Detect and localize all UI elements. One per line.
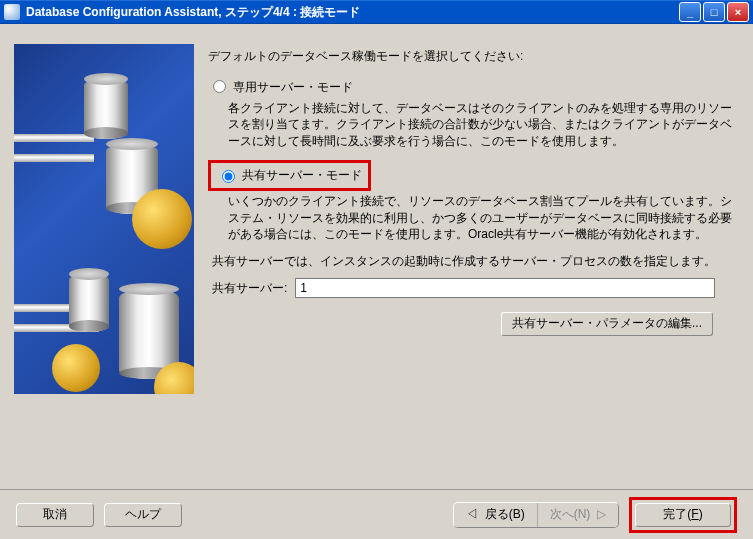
content-area: デフォルトのデータベース稼働モードを選択してください: 専用サーバー・モード 各…: [0, 24, 753, 489]
minimize-button[interactable]: _: [679, 2, 701, 22]
dedicated-radio[interactable]: [213, 80, 226, 93]
edit-shared-params-button[interactable]: 共有サーバー・パラメータの編集...: [501, 312, 713, 336]
shared-mode-highlight: 共有サーバー・モード: [208, 160, 371, 191]
footer-bar: 取消 ヘルプ ◁ 戻る(B) 次へ(N) ▷ 完了(F): [0, 489, 753, 539]
shared-server-input[interactable]: [295, 278, 715, 298]
nav-button-group: ◁ 戻る(B) 次へ(N) ▷: [453, 502, 619, 528]
wizard-illustration: [14, 44, 194, 394]
back-button[interactable]: ◁ 戻る(B): [454, 503, 538, 527]
shared-radio[interactable]: [222, 170, 235, 183]
maximize-button[interactable]: □: [703, 2, 725, 22]
dedicated-mode-option[interactable]: 専用サーバー・モード: [208, 79, 739, 96]
finish-button[interactable]: 完了(F): [635, 503, 731, 527]
dedicated-label: 専用サーバー・モード: [233, 79, 353, 96]
window-title: Database Configuration Assistant, ステップ4/…: [26, 4, 679, 21]
help-button[interactable]: ヘルプ: [104, 503, 182, 527]
shared-server-field: 共有サーバー:: [212, 278, 739, 298]
main-panel: デフォルトのデータベース稼働モードを選択してください: 専用サーバー・モード 各…: [208, 44, 739, 481]
shared-note: 共有サーバーでは、インスタンスの起動時に作成するサーバー・プロセスの数を指定しま…: [212, 253, 739, 270]
shared-description: いくつかのクライアント接続で、リソースのデータベース割当てプールを共有しています…: [228, 193, 739, 243]
prompt-text: デフォルトのデータベース稼働モードを選択してください:: [208, 48, 739, 65]
titlebar: Database Configuration Assistant, ステップ4/…: [0, 0, 753, 24]
close-button[interactable]: ×: [727, 2, 749, 22]
app-icon: [4, 4, 20, 20]
shared-server-label: 共有サーバー:: [212, 280, 287, 297]
finish-highlight: 完了(F): [629, 497, 737, 533]
next-button: 次へ(N) ▷: [538, 503, 618, 527]
shared-label: 共有サーバー・モード: [242, 167, 362, 184]
cancel-button[interactable]: 取消: [16, 503, 94, 527]
finish-label: 完了(F): [663, 507, 702, 521]
window-buttons: _ □ ×: [679, 2, 749, 22]
dedicated-description: 各クライアント接続に対して、データベースはそのクライアントのみを処理する専用のリ…: [228, 100, 739, 150]
